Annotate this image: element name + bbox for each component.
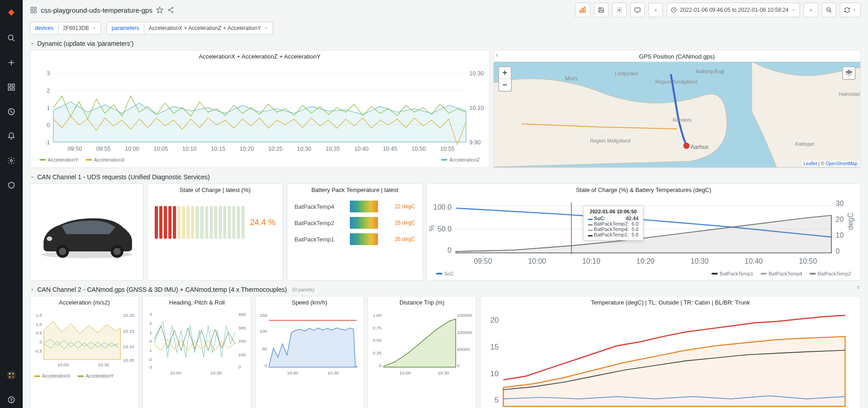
share-icon[interactable] [167,6,174,14]
svg-text:10:30: 10:30 [297,146,311,152]
leaflet-link[interactable]: Leaflet [804,161,817,166]
chevron-down-icon [30,175,34,179]
settings-button[interactable] [612,3,627,17]
var-devices-select[interactable]: 2F6913DB [58,22,101,34]
dashboards-icon[interactable] [3,79,20,95]
panel-batt-temp[interactable]: Battery Pack Temperature | latest BatPac… [287,183,423,280]
panel-soc-chart[interactable]: State of Charge (%) & Battery Temperatur… [427,183,861,280]
panel-small-temp[interactable]: Temperature (degC) | TL: Outside | TR: C… [480,296,861,408]
svg-text:10.05: 10.05 [123,358,134,363]
svg-point-81 [47,236,52,241]
plus-icon[interactable] [3,54,20,71]
info-icon[interactable]: i [496,52,498,58]
panel-title: AccelerationX + AccelerationZ + Accelera… [30,50,489,62]
panel-gps-map[interactable]: i GPS Position (CANmod.gps) Mors Limfjor… [493,50,861,168]
panel-small-speed[interactable]: Speed (km/h) 150100500 10:0010:30 [255,296,364,408]
svg-text:09:55: 09:55 [96,146,111,152]
panel-small-dist[interactable]: Distance Trip (m) 1.000.750.500.250 1500… [368,296,476,408]
var-parameters-select[interactable]: AccelerationX + AccelerationZ + Accelera… [144,22,273,34]
row-drag-handle[interactable]: ⠿ [857,287,860,289]
refresh-button[interactable] [840,3,861,17]
svg-text:0: 0 [265,363,267,368]
svg-text:150000: 150000 [457,313,472,318]
time-back-button[interactable]: ‹ [648,3,663,17]
map-layers-button[interactable] [842,66,856,80]
explore-icon[interactable] [3,103,20,120]
panel-small-accel[interactable]: Acceleration (m/s2) 1.51.00.50-0.5 10.20… [30,296,139,408]
svg-text:10:40: 10:40 [354,146,369,152]
zoom-out-button[interactable] [822,3,836,17]
soc-chart-legend: SoC BatPackTemp1 BatPackTemp4 BatPackTem… [427,269,860,280]
svg-text:0: 0 [47,122,50,128]
svg-text:100: 100 [260,329,267,334]
panel-car-image[interactable] [30,183,143,280]
svg-text:10:50: 10:50 [412,146,426,152]
batt-row-2: BatPackTemp226 degC [294,217,415,229]
search-icon[interactable] [3,30,20,46]
map-zoom-in[interactable]: + [499,67,511,79]
svg-text:1: 1 [47,105,50,111]
svg-text:1.00: 1.00 [373,313,382,318]
svg-text:-0.5: -0.5 [34,349,43,354]
nav-sidebar [0,0,23,408]
configuration-icon[interactable] [3,152,20,169]
alerting-icon[interactable] [3,128,20,144]
svg-text:0: 0 [836,247,840,255]
svg-text:10:00: 10:00 [170,370,181,375]
svg-text:Aarhus: Aarhus [691,144,708,150]
svg-text:10:10: 10:10 [582,257,600,265]
svg-text:10:55: 10:55 [440,146,455,152]
svg-text:50000: 50000 [457,347,470,352]
svg-rect-19 [31,10,33,13]
accel-legend: AccelerationY AccelerationX Acceleration… [30,155,489,166]
svg-text:9.90: 9.90 [470,139,481,146]
svg-text:0: 0 [457,363,460,368]
svg-text:10:30: 10:30 [438,370,449,375]
chevron-right-icon [30,287,34,292]
time-range-picker[interactable]: 2022-01-06 09:46:05 to 2022-01-06 10:58:… [667,3,800,17]
svg-text:10.10: 10.10 [123,344,134,349]
chevron-down-icon [791,8,796,12]
chart-tooltip: 2022-01-06 10:06:50 SoC:82.44 BatPackTem… [583,206,643,241]
svg-text:15: 15 [490,343,499,351]
main-content: css-playground-uds-temperature-gps ‹ 202… [23,0,868,408]
svg-text:10:30: 10:30 [98,362,109,367]
svg-point-78 [59,248,66,255]
svg-text:10:00: 10:00 [528,257,546,265]
map-canvas[interactable]: Mors Limfjorden Region Nordjylland Aalbo… [494,62,860,167]
panel-soc-gauge[interactable]: State of Charge | latest (%) 24.4 % [147,183,283,280]
small-accel-chart: 1.51.00.50-0.5 10.2010.1510.1010.05 10:0… [30,308,138,371]
svg-text:10:50: 10:50 [799,257,817,265]
svg-text:-3: -3 [148,364,152,369]
osm-link[interactable]: OpenStreetMap [825,161,858,166]
panel-acceleration[interactable]: AccelerationX + AccelerationZ + Accelera… [30,50,490,168]
save-button[interactable] [594,3,608,17]
svg-point-65 [683,143,689,149]
small-hpr-chart: 3210-1-2-3 4003002001000 10:0010:30 [143,308,251,375]
help-icon[interactable] [3,392,20,408]
row-dynamic-header[interactable]: Dynamic (update via 'parameters') [30,40,861,47]
grafana-logo[interactable] [3,5,20,22]
svg-text:10:25: 10:25 [268,146,283,152]
time-forward-button[interactable]: › [804,3,818,17]
svg-text:3: 3 [47,70,50,77]
svg-rect-31 [635,8,641,11]
row-can1-header[interactable]: CAN Channel 1 - UDS requests (Unified Di… [30,173,861,181]
svg-text:10:00: 10:00 [125,146,139,152]
svg-line-26 [169,10,172,12]
soc-value: 24.4 % [250,218,275,227]
map-zoom-control: + − [498,66,512,92]
svg-point-30 [619,9,621,11]
svg-text:Region Midtjylland: Region Midtjylland [590,138,631,143]
svg-text:100: 100 [238,352,246,357]
server-admin-icon[interactable] [3,177,20,193]
svg-rect-6 [8,88,10,90]
add-panel-button[interactable] [575,3,590,17]
tv-mode-button[interactable] [630,3,645,17]
map-zoom-out[interactable]: − [499,79,511,91]
panel-small-hpr[interactable]: Heading, Pitch & Roll 3210-1-2-3 4003002… [142,296,251,408]
svg-text:10: 10 [836,231,844,239]
star-icon[interactable] [156,6,163,14]
row-can2-header[interactable]: CAN Channel 2 - CANmod.gps (GNSS & 3D IM… [30,286,861,293]
user-avatar[interactable] [3,367,20,383]
